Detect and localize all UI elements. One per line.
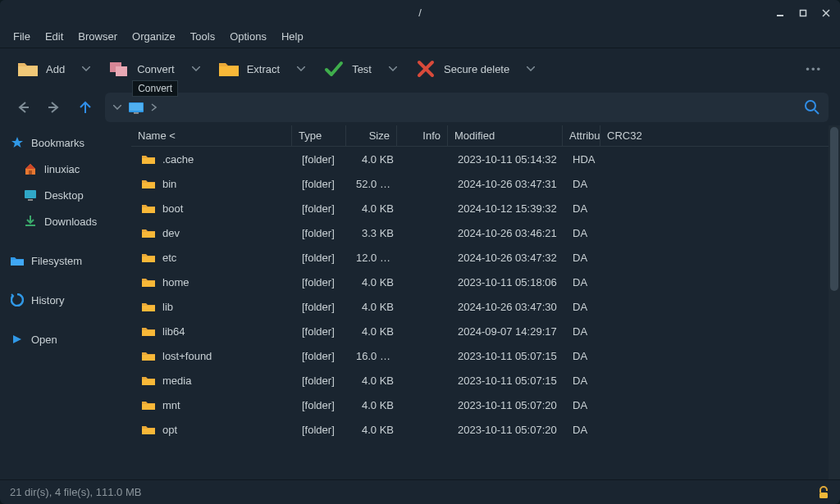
up-button[interactable] xyxy=(74,96,97,119)
svg-point-16 xyxy=(806,101,815,111)
file-size: 52.0 KB xyxy=(349,178,400,190)
file-type: [folder] xyxy=(295,399,349,411)
menu-help[interactable]: Help xyxy=(275,28,310,45)
file-name: dev xyxy=(162,227,180,239)
menu-edit[interactable]: Edit xyxy=(39,28,70,45)
test-icon xyxy=(322,59,345,79)
bookmarks-icon xyxy=(10,135,25,150)
menu-file[interactable]: File xyxy=(7,28,37,45)
address-bar[interactable] xyxy=(105,93,829,122)
extract-dropdown[interactable] xyxy=(294,48,308,89)
svg-rect-20 xyxy=(28,199,33,201)
sidebar-item-label: Downloads xyxy=(44,216,97,228)
header-crc32[interactable]: CRC32 xyxy=(600,125,650,146)
folder-icon xyxy=(141,424,156,435)
file-size: 12.0 KB xyxy=(349,252,400,264)
file-size: 4.0 KB xyxy=(349,301,400,313)
sidebar-item-label: linuxiac xyxy=(44,163,80,175)
forward-button[interactable] xyxy=(43,96,66,119)
convert-button[interactable]: Convert Convert xyxy=(103,54,180,84)
table-row[interactable]: opt[folder]4.0 KB2023-10-11 05:07:20DA xyxy=(131,417,829,442)
extract-button[interactable]: Extract xyxy=(212,54,285,84)
table-row[interactable]: home[folder]4.0 KB2023-10-11 05:18:06DA xyxy=(131,270,829,294)
convert-dropdown[interactable] xyxy=(189,48,203,89)
header-size[interactable]: Size xyxy=(346,125,397,146)
breadcrumb-sep xyxy=(151,103,157,111)
secure-delete-button[interactable]: Secure delete xyxy=(409,54,514,84)
sidebar-item-desktop[interactable]: Desktop xyxy=(0,183,131,207)
sidebar-bookmarks[interactable]: Bookmarks xyxy=(0,130,131,155)
table-row[interactable]: dev[folder]3.3 KB2024-10-26 03:46:21DA xyxy=(131,220,829,245)
file-modified: 2023-10-11 05:07:20 xyxy=(451,399,566,411)
file-attr: HDA xyxy=(566,153,604,166)
table-row[interactable]: lost+found[folder]16.0 KB2023-10-11 05:0… xyxy=(131,343,829,368)
table-row[interactable]: .cache[folder]4.0 KB2023-10-11 05:14:32H… xyxy=(131,147,829,171)
file-name: lost+found xyxy=(162,350,212,362)
minimize-button[interactable] xyxy=(771,4,789,22)
menu-options[interactable]: Options xyxy=(223,28,273,45)
svg-rect-32 xyxy=(142,379,155,385)
file-panel: Name < Type Size Info Modified Attribute… xyxy=(131,125,840,479)
root-drive-icon[interactable] xyxy=(128,101,144,114)
menu-tools[interactable]: Tools xyxy=(184,28,221,45)
scrollbar-thumb[interactable] xyxy=(830,127,838,291)
search-button[interactable] xyxy=(804,93,820,122)
svg-rect-15 xyxy=(134,112,139,114)
file-type: [folder] xyxy=(295,325,349,338)
file-attr: DA xyxy=(566,301,604,313)
scrollbar[interactable] xyxy=(829,125,840,479)
file-name: home xyxy=(162,276,189,288)
header-modified[interactable]: Modified xyxy=(448,125,563,146)
address-dropdown[interactable] xyxy=(113,105,121,110)
file-name: boot xyxy=(162,202,183,215)
sidebar-item-linuxiac[interactable]: linuxiac xyxy=(0,157,131,181)
extract-icon xyxy=(217,59,240,79)
header-info[interactable]: Info xyxy=(397,125,448,146)
file-modified: 2024-10-26 03:47:32 xyxy=(451,252,566,264)
folder-icon xyxy=(141,153,156,165)
close-button[interactable] xyxy=(817,4,835,22)
file-type: [folder] xyxy=(295,350,349,362)
table-row[interactable]: etc[folder]12.0 KB2024-10-26 03:47:32DA xyxy=(131,245,829,270)
titlebar: / xyxy=(0,0,840,25)
add-button[interactable]: Add xyxy=(11,54,70,84)
table-row[interactable]: lib[folder]4.0 KB2024-10-26 03:47:30DA xyxy=(131,294,829,319)
file-size: 4.0 KB xyxy=(349,424,400,436)
file-name: etc xyxy=(162,252,176,264)
table-row[interactable]: media[folder]4.0 KB2023-10-11 05:07:15DA xyxy=(131,368,829,393)
file-type: [folder] xyxy=(295,276,349,288)
header-name[interactable]: Name < xyxy=(131,125,292,146)
window-title: / xyxy=(418,7,422,19)
sidebar-filesystem[interactable]: Filesystem xyxy=(0,248,131,273)
test-dropdown[interactable] xyxy=(386,48,399,89)
header-type[interactable]: Type xyxy=(292,125,346,146)
file-type: [folder] xyxy=(295,153,349,166)
window: / File Edit Browser Organize Tools Optio… xyxy=(0,0,840,504)
maximize-button[interactable] xyxy=(794,4,812,22)
menu-organize[interactable]: Organize xyxy=(126,28,182,45)
open-icon xyxy=(10,332,25,347)
lock-icon xyxy=(817,486,830,499)
sidebar-item-downloads[interactable]: Downloads xyxy=(0,209,131,234)
menu-browser[interactable]: Browser xyxy=(71,28,124,45)
header-attributes[interactable]: Attributes xyxy=(563,125,600,146)
add-dropdown[interactable] xyxy=(80,48,93,89)
toolbar-overflow[interactable]: ••• xyxy=(799,60,829,79)
table-row[interactable]: mnt[folder]4.0 KB2023-10-11 05:07:20DA xyxy=(131,393,829,417)
file-modified: 2023-10-11 05:07:15 xyxy=(451,375,566,387)
sidebar-history[interactable]: History xyxy=(0,288,131,312)
file-name: opt xyxy=(162,424,177,436)
back-button[interactable] xyxy=(11,96,34,119)
svg-rect-34 xyxy=(142,429,155,434)
folder-icon xyxy=(141,276,156,288)
file-type: [folder] xyxy=(295,202,349,215)
file-size: 4.0 KB xyxy=(349,202,400,215)
table-row[interactable]: bin[folder]52.0 KB2024-10-26 03:47:31DA xyxy=(131,171,829,196)
file-size: 16.0 KB xyxy=(349,350,400,362)
secure-delete-dropdown[interactable] xyxy=(524,48,537,89)
sidebar-open[interactable]: Open xyxy=(0,327,131,352)
table-row[interactable]: boot[folder]4.0 KB2024-10-12 15:39:32DA xyxy=(131,196,829,220)
test-button[interactable]: Test xyxy=(317,54,377,84)
table-row[interactable]: lib64[folder]4.0 KB2024-09-07 14:29:17DA xyxy=(131,319,829,343)
add-icon xyxy=(16,59,39,79)
